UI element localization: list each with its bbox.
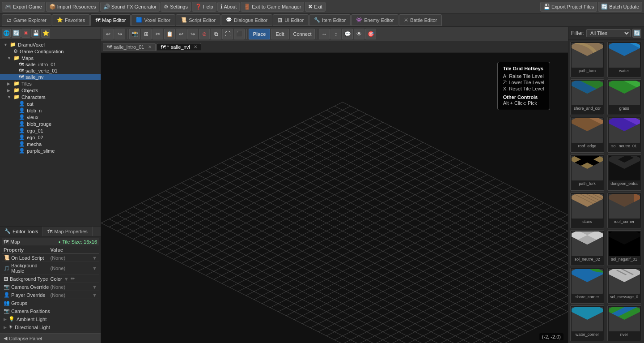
collapse-icon: ◀ [4, 335, 7, 341]
tab-dialogue-editor[interactable]: 💬 Dialogue Editor [221, 14, 272, 26]
close-btn[interactable]: ✖ [21, 29, 30, 38]
map-tb-redo[interactable]: ↪ [114, 29, 125, 39]
bottom-tabs: 🔧 Editor Tools 🗺 Map Properties [0, 226, 101, 236]
prop-row-ambient-light[interactable]: ▶ 💡 Ambient Light [2, 315, 99, 323]
tile-sol-neutre-01[interactable]: sol_neutre_01 [607, 117, 641, 153]
tile-roof-corner[interactable]: roof_corner [607, 193, 641, 228]
filter-refresh-btn[interactable]: 🔄 [632, 29, 641, 38]
tree-item-dramuvoxel[interactable]: ▼ 📁 DramuVoxel [0, 41, 101, 48]
sound-fx-btn[interactable]: 🔊 Sound FX Generator [100, 2, 160, 12]
tile-sol-message-0[interactable]: sol_message_0 [607, 268, 641, 304]
map-tb-flip-h[interactable]: ↔ [319, 29, 330, 39]
map-tb-undo[interactable]: ↩ [103, 29, 114, 39]
refresh-btn[interactable]: 🌐 [2, 29, 11, 38]
tree-item-blob-rouge[interactable]: 👤 blob_rouge [0, 120, 101, 127]
exit-btn[interactable]: ✖ Exit [305, 2, 325, 12]
batch-update-btn[interactable]: 🔄 Batch Update [598, 2, 642, 12]
tree-item-vieux[interactable]: 👤 vieux [0, 114, 101, 120]
tree-item-salle-intro[interactable]: 🗺 salle_intro_01 [0, 61, 101, 68]
tree-item-mecha[interactable]: 👤 mecha [0, 141, 101, 147]
map-tb-fullscreen[interactable]: ⛶ [222, 29, 233, 39]
map-tab-salle-nvl[interactable]: 🗺 * salle_nvl ✕ [157, 43, 201, 51]
tree-item-cat[interactable]: 👤 cat [0, 100, 101, 107]
tile-dungeon-entra[interactable]: dungeon_entra [607, 154, 641, 190]
tile-sol-negatif-01[interactable]: sol_negatif_01 [607, 230, 641, 266]
tab-map-editor[interactable]: 🗺 Map Editor [90, 14, 131, 26]
prop-row-directional-light[interactable]: ▶ ☀ Directional Light [2, 323, 99, 331]
settings-btn[interactable]: ⚙ Settings [161, 2, 191, 12]
map-tb-layout[interactable]: ⧉ [211, 29, 221, 39]
tree-item-ego-01[interactable]: 👤 ego_01 [0, 127, 101, 134]
collapse-panel-btn[interactable]: ◀ Collapse Panel [0, 333, 101, 343]
tile-stairs[interactable]: stairs [570, 193, 604, 228]
import-resources-btn[interactable]: 📦 Import Resources [46, 2, 99, 12]
tile-shore-corner[interactable]: shore_corner [570, 268, 604, 304]
tile-shore-and-cor[interactable]: shore_and_cor [570, 79, 604, 115]
tile-sol-neutre-02[interactable]: sol_neutre_02 [570, 230, 604, 266]
tab-enemy-editor[interactable]: 👾 Enemy Editor [351, 14, 398, 26]
help-btn[interactable]: ❓ Help [192, 2, 216, 12]
map-tb-place-btn[interactable]: Place [249, 29, 270, 39]
map-tb-target[interactable]: 🎯 [365, 29, 376, 39]
tab-favorites[interactable]: ⭐ Favorites [52, 14, 90, 26]
map-tb-arrow-back[interactable]: ↩ [176, 29, 186, 39]
sync-btn[interactable]: 🔄 [12, 29, 21, 38]
tree-item-purple-slime[interactable]: 👤 purple_slime [0, 147, 101, 154]
map-tb-copy[interactable]: 📋 [164, 29, 175, 39]
map-tb-screenshot[interactable]: 📸 [129, 29, 140, 39]
tree-item-objects[interactable]: ▶ 📁 Objects [0, 87, 101, 94]
map-tb-stop[interactable]: ⊘ [199, 29, 210, 39]
tab-editor-tools[interactable]: 🔧 Editor Tools [0, 227, 43, 236]
ambient-light-icon: 💡 [8, 316, 15, 322]
tab-ui-editor[interactable]: 🖼 UI Editor [273, 14, 309, 26]
map-tab-salle-intro[interactable]: 🗺 salle_intro_01 ✕ [103, 43, 156, 51]
map-tb-cut[interactable]: ✂ [153, 29, 163, 39]
tree-container[interactable]: ▼ 📁 DramuVoxel ⚙ Game Configuration ▼ 📁 … [0, 39, 101, 226]
tree-item-salle-verte[interactable]: 🗺 salle_verte_01 [0, 68, 101, 74]
tile-label-roof-edge: roof_edge [572, 144, 603, 148]
tab-voxel-editor[interactable]: 🟦 Voxel Editor [131, 14, 175, 26]
tree-item-characters[interactable]: ▼ 📁 Characters [0, 94, 101, 100]
prop-row-groups: 👥 Groups [2, 299, 99, 307]
save-btn[interactable]: 💾 [31, 29, 40, 38]
tile-path-fork[interactable]: path_fork [570, 154, 604, 190]
tree-item-game-config[interactable]: ⚙ Game Configuration [0, 48, 101, 55]
export-game-btn[interactable]: 🎮 Export Game [2, 2, 45, 12]
filter-select[interactable]: All Tiles [586, 29, 631, 37]
bg-type-dropdown-icon[interactable]: ▼ [64, 276, 69, 282]
tab-battle-editor[interactable]: ⚔ Battle Editor [399, 14, 442, 26]
star-btn[interactable]: ⭐ [41, 29, 50, 38]
tab-item-editor[interactable]: 🔧 Item Editor [309, 14, 351, 26]
export-project-btn[interactable]: 💾 Export Project Files [540, 2, 597, 12]
tree-item-ego-02[interactable]: 👤 ego_02 [0, 134, 101, 141]
map-tb-aspect[interactable]: ⬛ [234, 29, 245, 39]
exit-game-manager-btn[interactable]: 🚪 Exit to Game Manager [241, 2, 304, 12]
map-tb-edit-btn[interactable]: Edit [271, 29, 289, 39]
tree-item-maps[interactable]: ▼ 📁 Maps [0, 55, 101, 61]
tile-water-corner[interactable]: water_corner [570, 305, 604, 341]
map-tb-grid[interactable]: ⊞ [141, 29, 152, 39]
tile-path-turn[interactable]: path_turn [570, 42, 604, 77]
bg-type-pencil-icon[interactable]: ✏ [71, 276, 75, 282]
map-tb-connect-btn[interactable]: Connect [290, 29, 315, 39]
tile-river[interactable]: river [607, 305, 641, 341]
export-game-icon: 🎮 [5, 4, 12, 10]
tab-game-explorer[interactable]: 🗂 Game Explorer [2, 14, 51, 26]
map-tb-chat[interactable]: 💬 [342, 29, 353, 39]
tree-item-salle-nvl[interactable]: 🗺 salle_nvl [0, 74, 101, 80]
tile-grass[interactable]: grass [607, 79, 641, 115]
map-canvas[interactable]: Tile Grid Hotkeys A: Raise Tile Level Z:… [101, 53, 568, 343]
tab-script-editor[interactable]: 📜 Script Editor [176, 14, 220, 26]
map-icon-2: 🗺 [19, 68, 24, 73]
tree-item-blob-n[interactable]: 👤 blob_n [0, 107, 101, 114]
map-tb-arrow-fwd[interactable]: ↪ [187, 29, 198, 39]
about-btn[interactable]: ℹ About [217, 2, 240, 12]
tab-map-properties[interactable]: 🗺 Map Properties [43, 227, 93, 236]
map-tab-close-2[interactable]: ✕ [194, 44, 197, 49]
map-tb-eye[interactable]: 👁 [354, 29, 364, 39]
tree-item-tiles[interactable]: ▶ 📁 Tiles [0, 80, 101, 87]
map-tab-close-1[interactable]: ✕ [148, 44, 152, 49]
map-tb-flip-v[interactable]: ↕ [330, 29, 341, 39]
tile-roof-edge[interactable]: roof_edge [570, 117, 604, 153]
tile-water[interactable]: water [607, 42, 641, 77]
